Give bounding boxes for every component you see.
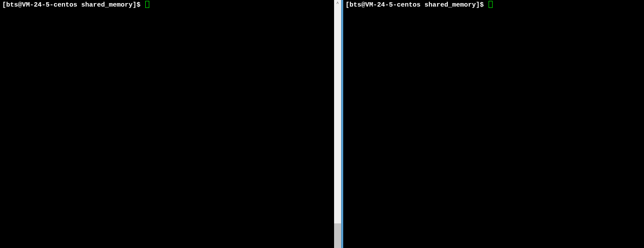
scroll-up-icon[interactable]: ^	[334, 0, 341, 7]
scrollbar-track[interactable]: ^	[334, 0, 341, 248]
prompt-line-right: [bts@VM-24-5-centos shared_memory]$	[345, 1, 642, 9]
scrollbar-thumb[interactable]	[334, 223, 341, 248]
cursor-right	[489, 1, 493, 8]
terminal-pane-left[interactable]: [bts@VM-24-5-centos shared_memory]$ ^	[0, 0, 341, 248]
terminal-pane-right[interactable]: [bts@VM-24-5-centos shared_memory]$	[343, 0, 644, 248]
prompt-line-left: [bts@VM-24-5-centos shared_memory]$	[2, 1, 339, 9]
prompt-text-right: [bts@VM-24-5-centos shared_memory]$	[345, 1, 488, 9]
prompt-text-left: [bts@VM-24-5-centos shared_memory]$	[2, 1, 144, 9]
cursor-left	[145, 1, 149, 8]
